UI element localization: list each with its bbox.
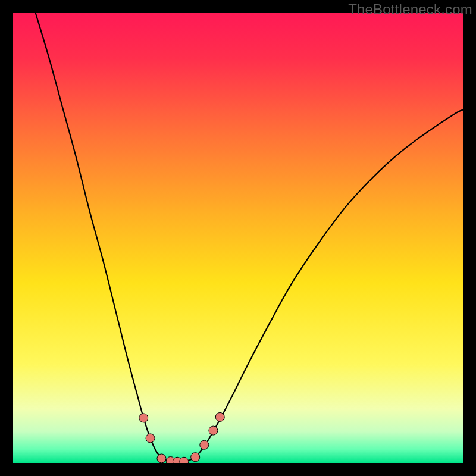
data-marker <box>157 454 166 463</box>
chart-svg <box>13 13 463 463</box>
chart-background <box>13 13 463 463</box>
data-marker <box>209 426 218 435</box>
data-marker <box>180 457 189 463</box>
data-marker <box>191 453 200 462</box>
chart-frame <box>13 13 463 463</box>
data-marker <box>146 434 155 443</box>
data-marker <box>215 412 224 421</box>
watermark-text: TheBottleneck.com <box>348 1 472 18</box>
data-marker <box>200 440 209 449</box>
data-marker <box>139 414 148 422</box>
